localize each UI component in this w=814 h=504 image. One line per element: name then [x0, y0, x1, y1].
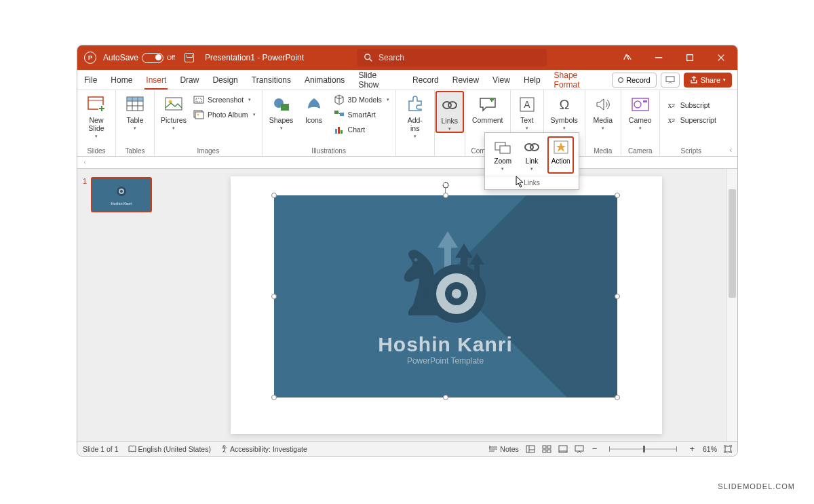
tab-design[interactable]: Design — [206, 70, 244, 90]
scrollbar-thumb[interactable] — [729, 189, 736, 298]
text-icon: A — [517, 94, 537, 115]
svg-rect-18 — [194, 96, 204, 103]
resize-handle[interactable] — [443, 395, 448, 400]
minimize-button[interactable] — [645, 45, 672, 70]
vertical-scrollbar[interactable] — [726, 169, 737, 441]
links-icon — [440, 95, 460, 115]
fit-button[interactable] — [724, 445, 732, 453]
svg-rect-29 — [341, 130, 343, 134]
slide-canvas-area[interactable]: Hoshin Kanri PowerPoint Template — [166, 169, 726, 441]
selected-shape[interactable]: Hoshin Kanri PowerPoint Template — [274, 195, 617, 398]
accessibility-icon — [220, 445, 228, 453]
svg-rect-56 — [547, 446, 551, 448]
action-button[interactable]: Action — [548, 137, 573, 173]
tab-review[interactable]: Review — [446, 70, 486, 90]
ribbon-expand-button[interactable]: ⌵ — [729, 149, 735, 152]
zoom-out-button[interactable]: − — [591, 444, 599, 454]
3d-models-button[interactable]: 3D Models▾ — [332, 93, 391, 106]
document-title: Presentation1 - PowerPoint — [205, 53, 304, 62]
tab-help[interactable]: Help — [517, 70, 547, 90]
svg-point-48 — [223, 445, 225, 447]
watermark: SLIDEMODEL.COM — [718, 482, 795, 490]
text-button[interactable]: A Text▾ — [515, 92, 539, 131]
svg-point-45 — [120, 190, 123, 193]
maximize-button[interactable] — [676, 45, 703, 70]
slide-thumbnail-1[interactable]: Hoshin Kanri — [91, 177, 152, 212]
ribbon-group-scripts: x2Subscript x2Superscript Scripts — [660, 90, 722, 156]
tab-view[interactable]: View — [486, 70, 517, 90]
comment-button[interactable]: Comment — [469, 92, 506, 124]
svg-rect-27 — [335, 129, 337, 134]
tab-record[interactable]: Record — [406, 70, 446, 90]
ribbon-group-tables: Table▾ Tables — [116, 90, 155, 156]
tab-shape-format[interactable]: Shape Format — [547, 70, 613, 90]
slide-counter[interactable]: Slide 1 of 1 — [83, 445, 119, 453]
slide-graphic — [388, 227, 503, 329]
superscript-icon: x2 — [666, 115, 677, 125]
record-button[interactable]: Record — [612, 73, 656, 88]
share-button[interactable]: Share▾ — [684, 73, 732, 88]
close-button[interactable] — [708, 45, 735, 70]
links-button[interactable]: Links▾ — [436, 92, 463, 132]
table-button[interactable]: Table▾ — [120, 92, 150, 131]
smartart-button[interactable]: SmartArt — [332, 108, 391, 121]
tab-file[interactable]: File — [77, 70, 104, 90]
zoom-slider[interactable] — [609, 448, 677, 450]
tab-home[interactable]: Home — [104, 70, 139, 90]
addins-icon — [405, 94, 425, 115]
photo-album-button[interactable]: Photo Album▾ — [191, 108, 258, 121]
svg-point-46 — [414, 258, 417, 261]
resize-handle[interactable] — [615, 193, 620, 198]
work-area: 1 Hoshin Kanri — [77, 169, 737, 441]
chart-button[interactable]: Chart — [332, 123, 391, 136]
title-bar: P AutoSave Off Presentation1 - PowerPoin… — [77, 45, 737, 70]
resize-handle[interactable] — [443, 193, 448, 198]
ribbon-collapse-row[interactable]: ⌵ — [77, 157, 737, 169]
normal-view-button[interactable] — [526, 445, 535, 453]
notes-icon — [488, 446, 498, 452]
svg-point-41 — [530, 144, 539, 151]
addins-button[interactable]: Add- ins▾ — [400, 92, 430, 139]
tab-draw[interactable]: Draw — [173, 70, 206, 90]
pictures-button[interactable]: Pictures▾ — [159, 92, 189, 131]
resize-handle[interactable] — [615, 395, 620, 400]
rotate-handle[interactable] — [442, 182, 449, 189]
svg-point-36 — [634, 101, 641, 108]
resize-handle[interactable] — [615, 294, 620, 299]
superscript-button[interactable]: x2Superscript — [664, 113, 718, 127]
search-input[interactable]: Search — [357, 49, 547, 66]
svg-rect-15 — [127, 97, 143, 101]
ribbon-display-button[interactable] — [614, 45, 641, 70]
notes-button[interactable]: Notes — [488, 445, 518, 453]
new-slide-button[interactable]: New Slide▾ — [81, 92, 111, 139]
present-button[interactable] — [661, 73, 680, 88]
autosave-toggle[interactable]: AutoSave Off — [103, 53, 175, 63]
media-button[interactable]: Media▾ — [589, 92, 617, 131]
sorter-view-button[interactable] — [542, 445, 551, 453]
zoom-button[interactable]: Zoom▾ — [490, 137, 516, 173]
slideshow-view-button[interactable] — [575, 445, 584, 453]
zoom-level[interactable]: 61% — [703, 445, 717, 453]
link-button[interactable]: Link▾ — [520, 137, 545, 173]
toggle-pill-icon — [142, 53, 163, 63]
tab-insert[interactable]: Insert — [139, 70, 173, 90]
cameo-button[interactable]: Cameo▾ — [625, 92, 655, 131]
tab-animations[interactable]: Animations — [298, 70, 351, 90]
icons-button[interactable]: Icons — [299, 92, 329, 124]
save-icon[interactable] — [185, 53, 194, 62]
screenshot-button[interactable]: Screenshot▾ — [191, 93, 258, 106]
pictures-icon — [163, 94, 184, 115]
language-status[interactable]: English (United States) — [128, 445, 211, 453]
shapes-button[interactable]: Shapes▾ — [267, 92, 296, 131]
subscript-button[interactable]: x2Subscript — [664, 98, 718, 112]
ribbon-group-camera: Cameo▾ Camera — [621, 90, 660, 156]
resize-handle[interactable] — [271, 395, 277, 400]
reading-view-button[interactable] — [558, 445, 568, 453]
symbols-button[interactable]: Ω Symbols▾ — [548, 92, 581, 131]
tab-slideshow[interactable]: Slide Show — [351, 70, 406, 90]
zoom-in-button[interactable]: + — [688, 444, 696, 454]
resize-handle[interactable] — [271, 294, 277, 299]
accessibility-status[interactable]: Accessibility: Investigate — [220, 445, 307, 453]
tab-transitions[interactable]: Transitions — [245, 70, 298, 90]
resize-handle[interactable] — [271, 193, 277, 198]
